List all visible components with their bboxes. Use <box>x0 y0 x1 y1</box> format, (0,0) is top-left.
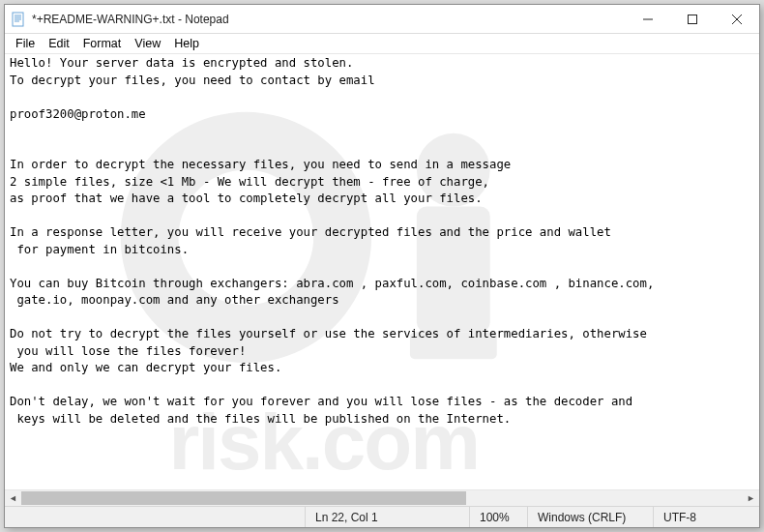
menu-view[interactable]: View <box>128 36 167 51</box>
menu-format[interactable]: Format <box>76 36 129 51</box>
status-encoding: UTF-8 <box>653 507 759 527</box>
window-controls <box>626 5 759 33</box>
status-caret: Ln 22, Col 1 <box>305 507 469 527</box>
scroll-left-arrow-icon[interactable]: ◄ <box>5 490 21 507</box>
status-line-ending: Windows (CRLF) <box>527 507 653 527</box>
minimize-icon <box>643 15 653 24</box>
statusbar: Ln 22, Col 1 100% Windows (CRLF) UTF-8 <box>5 506 759 527</box>
notepad-app-icon <box>11 12 26 27</box>
menu-file[interactable]: File <box>9 36 42 51</box>
svg-rect-6 <box>689 15 697 23</box>
maximize-icon <box>688 15 697 24</box>
menu-edit[interactable]: Edit <box>42 36 76 51</box>
maximize-button[interactable] <box>670 5 715 33</box>
close-button[interactable] <box>715 5 759 33</box>
menubar: File Edit Format View Help <box>5 34 759 54</box>
titlebar[interactable]: *+README-WARNING+.txt - Notepad <box>5 5 759 34</box>
scroll-thumb[interactable] <box>21 491 466 505</box>
close-icon <box>732 15 742 24</box>
menu-help[interactable]: Help <box>167 36 206 51</box>
status-zoom: 100% <box>469 507 527 527</box>
window-title: *+README-WARNING+.txt - Notepad <box>32 13 626 26</box>
scroll-right-arrow-icon[interactable]: ► <box>743 490 759 507</box>
notepad-window: *+README-WARNING+.txt - Notepad File Edi… <box>4 4 760 528</box>
document-text[interactable]: Hello! Your server data is encrypted and… <box>5 54 759 429</box>
minimize-button[interactable] <box>626 5 670 33</box>
text-editor-area[interactable]: risk.com Hello! Your server data is encr… <box>5 54 759 489</box>
horizontal-scrollbar[interactable]: ◄ ► <box>5 489 759 506</box>
